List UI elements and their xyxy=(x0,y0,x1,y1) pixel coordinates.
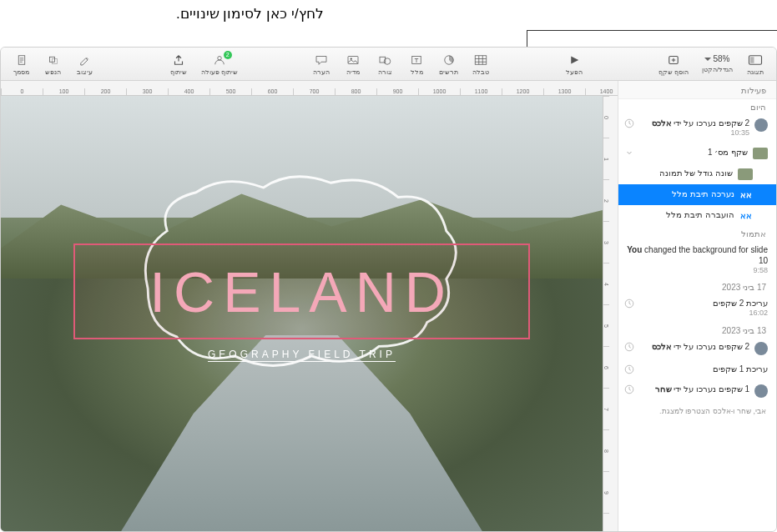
slide-subtitle[interactable]: GEOGRAPHY FIELD TRIP xyxy=(1,349,603,360)
comment-button[interactable]: הערה xyxy=(307,53,336,76)
slide-title: ICELAND xyxy=(149,259,454,324)
activity-section-label: אתמול xyxy=(618,226,776,240)
slide-thumb xyxy=(753,148,768,159)
activity-text: עריכת 1 שקפים xyxy=(640,364,768,374)
animate-button[interactable]: הנפש xyxy=(39,53,68,76)
view-icon xyxy=(746,53,764,68)
clock-icon xyxy=(623,118,635,129)
collaborate-button[interactable]: 2 שיתוף פעולה xyxy=(196,53,243,76)
ruler-tick: 200 xyxy=(84,88,126,95)
shape-label: צורה xyxy=(378,68,392,76)
clock-icon xyxy=(623,341,635,353)
collaborate-label: שיתוף פעולה xyxy=(201,68,238,76)
chart-button[interactable]: תרשים xyxy=(434,53,463,76)
svg-rect-3 xyxy=(476,55,487,64)
ruler-tick: 400 xyxy=(168,88,209,95)
view-menu[interactable]: תצוגה xyxy=(741,53,769,76)
comment-icon xyxy=(312,53,330,68)
activity-item[interactable]: אאנערכה תיבת מלל xyxy=(618,184,776,205)
ruler-tick: 700 xyxy=(293,88,335,95)
slide[interactable]: ICELAND GEOGRAPHY FIELD TRIP xyxy=(1,96,603,531)
title-text-box[interactable]: ICELAND xyxy=(73,243,531,339)
media-button[interactable]: מדיה xyxy=(339,53,367,76)
text-glyph-icon: אא xyxy=(739,210,753,222)
format-button[interactable]: עיצוב xyxy=(71,53,99,76)
activity-text: You changed the background for slide 109… xyxy=(623,244,768,276)
toolbar: תצוגה 58% הגדל/הקטן הוסף שקף הפעל טבלה ת… xyxy=(1,48,776,81)
text-label: מלל xyxy=(411,68,423,76)
chevron-down-icon xyxy=(623,147,635,158)
table-button[interactable]: טבלה xyxy=(467,53,495,76)
format-label: עיצוב xyxy=(77,68,93,76)
activity-item[interactable]: שקף מס׳ 1 xyxy=(618,143,776,163)
ruler-tick: 8 xyxy=(603,429,609,471)
shape-button[interactable]: צורה xyxy=(371,53,399,76)
text-button[interactable]: מלל xyxy=(402,53,431,76)
activity-sidebar: פעילות היום2 שקפים נערכו על ידי אלכס10:3… xyxy=(618,81,776,531)
zoom-menu[interactable]: 58% הגדל/הקטן xyxy=(697,54,738,73)
ruler-tick: 0 xyxy=(1,88,43,95)
ruler-tick: 500 xyxy=(209,88,251,95)
ruler-tick: 10 xyxy=(603,513,609,531)
share-button[interactable]: שיתוף xyxy=(164,53,193,76)
shape-icon xyxy=(376,53,394,68)
activity-text: נערכה תיבת מלל xyxy=(623,188,734,199)
activity-item[interactable]: אאהועברה תיבת מלל xyxy=(618,205,776,226)
slide-canvas[interactable]: 0100200300400500600700800900100011001200… xyxy=(1,81,618,531)
activity-item[interactable]: שונה גודל של תמונה xyxy=(618,163,776,184)
ruler-horizontal: 0100200300400500600700800900100011001200… xyxy=(1,81,618,96)
add-slide-label: הוסף שקף xyxy=(658,68,689,76)
avatar xyxy=(754,342,768,355)
activity-header: פעילות xyxy=(618,81,776,99)
ruler-tick: 6 xyxy=(603,346,609,388)
svg-point-9 xyxy=(351,58,352,59)
ruler-tick: 800 xyxy=(335,88,376,95)
add-slide-button[interactable]: הוסף שקף xyxy=(653,53,694,76)
table-icon xyxy=(472,53,490,68)
activity-item[interactable]: 2 שקפים נערכו על ידי אלכס10:35 xyxy=(618,113,776,143)
zoom-value: 58% xyxy=(713,54,729,65)
activity-text: 2 שקפים נערכו על ידי אלכס xyxy=(640,341,749,352)
ruler-tick: 4 xyxy=(603,263,609,304)
document-label: מסמך xyxy=(13,68,29,76)
content-area: פעילות היום2 שקפים נערכו על ידי אלכס10:3… xyxy=(1,81,776,531)
text-icon xyxy=(407,53,426,68)
collab-count-badge: 2 xyxy=(224,51,232,59)
activity-text: הועברה תיבת מלל xyxy=(623,209,734,220)
activity-text: 1 שקפים נערכו על ידי שחר xyxy=(640,384,749,394)
activity-section-label: 13 ביני 2023 xyxy=(618,323,776,337)
chevron-down-icon xyxy=(704,58,711,64)
activity-item[interactable]: You changed the background for slide 109… xyxy=(618,240,776,280)
activity-item[interactable]: עריכת 1 שקפים xyxy=(618,359,776,379)
ruler-tick: 0 xyxy=(603,96,609,138)
slide-thumb xyxy=(738,168,753,180)
activity-item[interactable]: עריכת 2 שקפים16:02 xyxy=(618,294,776,323)
callout-text: לחץ/י כאן לסימון שינויים. xyxy=(176,6,324,22)
play-label: הפעל xyxy=(566,68,583,76)
avatar xyxy=(754,118,768,132)
comment-label: הערה xyxy=(313,68,330,76)
joined-note: אבי, שחר ו-אלכס הצטרפו למצגת. xyxy=(618,402,776,420)
ruler-vertical: 012345678910 xyxy=(603,96,618,531)
activity-item[interactable]: 1 שקפים נערכו על ידי שחר xyxy=(618,379,776,402)
ruler-tick: 7 xyxy=(603,388,609,429)
ruler-tick: 1200 xyxy=(502,88,543,95)
ruler-tick: 900 xyxy=(376,88,418,95)
svg-rect-8 xyxy=(348,56,358,63)
ruler-tick: 1400 xyxy=(585,88,618,95)
activity-item[interactable]: 2 שקפים נערכו על ידי אלכס xyxy=(618,337,776,359)
activity-text: שקף מס׳ 1 xyxy=(640,147,748,158)
svg-point-10 xyxy=(217,56,221,60)
document-button[interactable]: מסמך xyxy=(8,53,36,76)
play-button[interactable]: הפעל xyxy=(560,53,588,76)
media-icon xyxy=(344,53,362,68)
chart-icon xyxy=(440,53,458,68)
activity-section-label: 17 ביני 2023 xyxy=(618,279,776,294)
ruler-tick: 100 xyxy=(43,88,84,95)
clock-icon xyxy=(623,384,635,395)
format-icon xyxy=(76,53,94,68)
activity-section-label: היום xyxy=(618,99,776,113)
ruler-tick: 600 xyxy=(251,88,293,95)
ruler-tick: 1000 xyxy=(418,88,460,95)
keynote-window: תצוגה 58% הגדל/הקטן הוסף שקף הפעל טבלה ת… xyxy=(0,47,777,532)
